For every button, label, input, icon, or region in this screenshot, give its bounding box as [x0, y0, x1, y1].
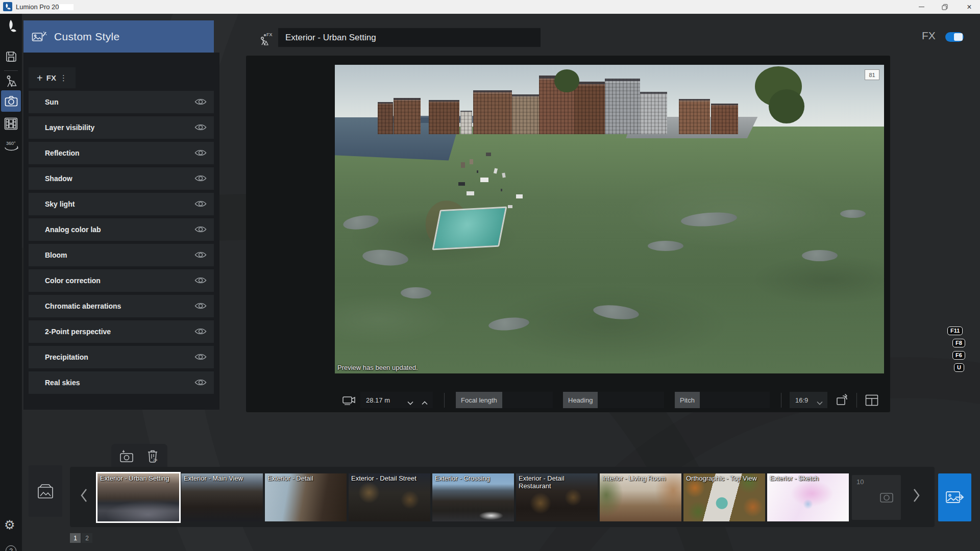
restore-button[interactable]: [933, 0, 957, 14]
take-photo-icon[interactable]: [119, 449, 134, 465]
effect-row-sun[interactable]: Sun: [29, 91, 214, 113]
effect-row-analog-color-lab[interactable]: Analog color lab: [29, 218, 214, 241]
aspect-ratio-value: 16:9: [795, 396, 808, 404]
eye-icon[interactable]: [194, 327, 207, 338]
pitch-field[interactable]: Pitch: [675, 392, 770, 408]
thumbnail-interior-living-room[interactable]: Interior - Living Room: [600, 473, 681, 521]
photo-actions-tab: 2×: [111, 444, 167, 468]
svg-text:360°: 360°: [6, 141, 16, 146]
svg-text:FX: FX: [266, 32, 273, 37]
help-icon[interactable]: ?: [6, 545, 16, 551]
page-button-2[interactable]: 2: [82, 533, 92, 543]
eye-icon[interactable]: [194, 97, 207, 108]
effect-row-sky-light[interactable]: Sky light: [29, 193, 214, 215]
toggle-knob: [954, 33, 963, 41]
thumbnail-exterior-sketch[interactable]: Exterior - Sketch: [767, 473, 849, 521]
empty-photo-slot[interactable]: 10: [852, 475, 901, 520]
titlebar-highlight: [59, 4, 74, 10]
kebab-menu-icon[interactable]: ⋮: [60, 73, 67, 83]
clip-title-input[interactable]: [278, 28, 541, 47]
thumbnail-exterior-detail-street[interactable]: Exterior - Detail Street: [349, 473, 430, 521]
thumbnail-exterior-urban-setting[interactable]: Exterior - Urban Setting: [97, 473, 179, 521]
effect-row-shadow[interactable]: Shadow: [29, 167, 214, 190]
heading-field[interactable]: Heading: [563, 392, 664, 408]
shortcut-key-f8: F8: [952, 339, 965, 347]
eye-icon[interactable]: [194, 276, 207, 287]
plus-icon: +: [37, 73, 43, 83]
lumion-leaf-icon[interactable]: [0, 19, 22, 34]
close-button[interactable]: ×: [959, 0, 980, 14]
shortcut-key-f11: F11: [947, 327, 963, 335]
chevron-up-icon[interactable]: [422, 398, 428, 407]
focal-length-label: Focal length: [456, 392, 502, 408]
camera-height-icon: [342, 395, 356, 409]
camera-height-field[interactable]: 28.17 m: [360, 392, 433, 408]
preview-object: [461, 162, 465, 168]
chevron-down-icon: [817, 398, 823, 407]
effect-row-precipitation[interactable]: Precipitation: [29, 346, 214, 368]
thumbnails-next-button[interactable]: [913, 488, 921, 505]
eye-icon[interactable]: [194, 148, 207, 159]
effect-row-chromatic-aberrations[interactable]: Chromatic aberrations: [29, 295, 214, 317]
pitch-label: Pitch: [675, 392, 700, 408]
eye-icon[interactable]: [194, 123, 207, 134]
photoset-button[interactable]: [29, 465, 62, 517]
thumbnails-prev-button[interactable]: [80, 488, 88, 505]
orientation-rotate-icon[interactable]: [835, 393, 849, 409]
add-fx-button[interactable]: + FX ⋮: [29, 67, 76, 88]
camera-bar-divider: [444, 393, 445, 408]
focal-length-field[interactable]: Focal length: [456, 392, 553, 408]
preview-object: [470, 159, 473, 164]
heading-label: Heading: [563, 392, 598, 408]
camera-placeholder-icon: [879, 491, 894, 506]
eye-icon[interactable]: [194, 378, 207, 389]
preview-object: [486, 153, 491, 156]
render-photo-button[interactable]: [938, 473, 971, 521]
photo-mode-icon[interactable]: [0, 95, 22, 107]
eye-icon[interactable]: [194, 302, 207, 312]
effect-row-2-point-perspective[interactable]: 2-Point perspective: [29, 320, 214, 343]
thumbnail-exterior-detail[interactable]: Exterior - Detail: [265, 473, 347, 521]
thumbnail-exterior-main-view[interactable]: Exterior - Main View: [181, 473, 263, 521]
thumbnail-exterior-crossing[interactable]: Exterior - Crossing: [432, 473, 514, 521]
effect-row-layer-visibility[interactable]: Layer visibility: [29, 116, 214, 139]
save-icon[interactable]: [0, 51, 22, 63]
grid-layout-icon[interactable]: [865, 394, 878, 408]
fx-toggle-label: FX: [922, 30, 936, 42]
eye-icon[interactable]: [194, 251, 207, 261]
shortcut-key-u: U: [954, 363, 964, 372]
preview-tree: [554, 69, 579, 92]
aspect-ratio-dropdown[interactable]: 16:9: [790, 392, 827, 408]
eye-icon[interactable]: [194, 199, 207, 210]
custom-style-header[interactable]: Custom Style: [23, 20, 214, 53]
window-titlebar: Lumion Pro 2024 ×: [0, 0, 980, 14]
eye-icon[interactable]: [194, 174, 207, 185]
effect-row-real-skies[interactable]: Real skies: [29, 371, 214, 394]
style-panel-title: Custom Style: [54, 31, 119, 43]
mode-sidebar: 360° ⚙ ?: [0, 14, 22, 551]
camera-bar-divider: [856, 393, 857, 408]
build-mode-icon[interactable]: [0, 75, 22, 89]
effect-row-color-correction[interactable]: Color correction: [29, 269, 214, 292]
effect-row-bloom[interactable]: Bloom: [29, 244, 214, 266]
effect-row-reflection[interactable]: Reflection: [29, 142, 214, 164]
eye-icon[interactable]: [194, 353, 207, 363]
eye-icon[interactable]: [194, 225, 207, 236]
chevron-down-icon[interactable]: [407, 398, 413, 407]
thumbnail-orthographic-top-view[interactable]: Orthographic - Top View: [683, 473, 765, 521]
settings-gear-icon[interactable]: ⚙: [4, 519, 15, 531]
render-preview[interactable]: Preview has been updated. 81: [335, 65, 884, 373]
preview-status-message: Preview has been updated.: [337, 364, 418, 371]
fx-toggle-switch[interactable]: [945, 32, 964, 42]
movie-mode-icon[interactable]: [0, 117, 22, 130]
empty-slot-number: 10: [856, 478, 864, 486]
preview-object: [477, 170, 478, 173]
panorama-360-icon[interactable]: 360°: [0, 139, 22, 155]
svg-text:2×: 2×: [153, 458, 158, 462]
thumbnail-exterior-detail-restaurant[interactable]: Exterior - Detail Restaurant: [516, 473, 598, 521]
page-button-1[interactable]: 1: [70, 533, 81, 543]
preview-object: [508, 205, 512, 208]
delete-photo-icon[interactable]: 2×: [146, 449, 159, 465]
preview-object: [501, 189, 502, 191]
minimize-button[interactable]: [910, 0, 933, 14]
